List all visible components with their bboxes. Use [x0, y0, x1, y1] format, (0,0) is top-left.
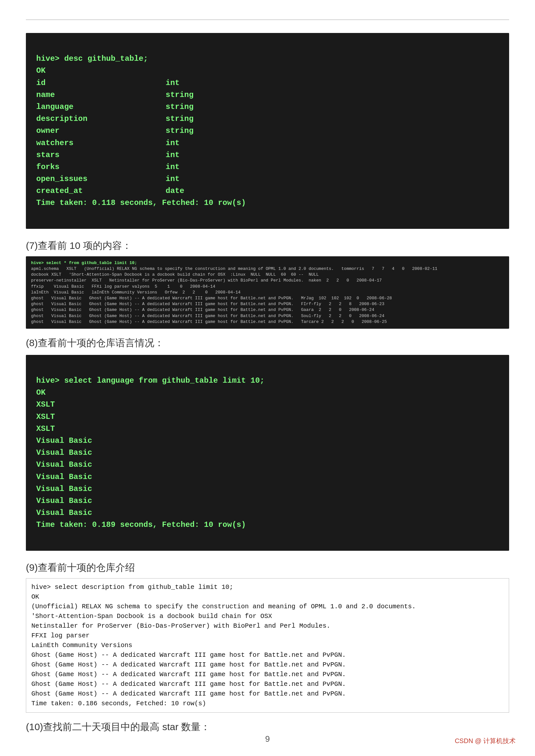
select-all-terminal: hive> select * from github_table limit 1…: [26, 256, 509, 329]
language-command: hive> select language from github_table …: [36, 376, 265, 385]
table-row-2: docbook XSLT 'Short-Attention-Span Docbo…: [31, 272, 319, 277]
section-10-heading: (10)查找前二十天项目中的最高 star 数量：: [26, 720, 509, 734]
field-forks-type: int: [166, 161, 180, 173]
field-stars-type: int: [166, 149, 180, 161]
desc-content: hive> select description from github_tab…: [31, 583, 416, 707]
section-7-heading: (7)查看前 10 项的内容：: [26, 239, 509, 253]
table-row-3: preserver-netinstaller XSLT Netinstaller…: [31, 278, 382, 283]
table-row-7: ghost Visual Basic Ghost (Game Host) -- …: [31, 302, 384, 307]
description-terminal-block: hive> select description from github_tab…: [26, 578, 509, 713]
lang-8: Visual Basic: [36, 484, 92, 493]
terminal-ok: OK: [36, 66, 45, 75]
field-name-type: string: [166, 89, 193, 101]
field-description-name: description: [36, 113, 166, 125]
field-watchers-name: watchers: [36, 137, 166, 149]
table-row-6: ghost Visual Basic Ghost (Game Host) -- …: [31, 296, 392, 301]
table-row-4: ffxip Visual Basic FFXi log parser valyo…: [31, 284, 215, 289]
field-forks-name: forks: [36, 161, 166, 173]
field-id-type: int: [166, 77, 180, 89]
select-all-cmd: hive> select * from github_table limit 1…: [31, 260, 137, 265]
language-ok: OK: [36, 388, 45, 397]
desc-terminal-block: hive> desc github_table; OK idint namest…: [26, 33, 509, 229]
table-row-5: laInEth Visual Basic laInEth Community V…: [31, 290, 241, 295]
table-row-10: ghost Visual Basic Ghost (Game Host) -- …: [31, 319, 387, 324]
terminal-time-taken-1: Time taken: 0.118 seconds, Fetched: 10 r…: [36, 199, 246, 207]
section-8-heading: (8)查看前十项的仓库语言情况：: [26, 337, 509, 350]
lang-3: XSLT: [36, 424, 55, 433]
field-id-name: id: [36, 77, 166, 89]
lang-1: XSLT: [36, 400, 55, 409]
terminal-command: hive> desc github_table;: [36, 54, 148, 63]
field-name-name: name: [36, 89, 166, 101]
top-divider: [26, 19, 509, 20]
field-created-at-type: date: [166, 185, 184, 197]
field-created-at-name: created_at: [36, 185, 166, 197]
language-terminal-block: hive> select language from github_table …: [26, 355, 509, 551]
field-watchers-type: int: [166, 137, 180, 149]
page-container: hive> desc github_table; OK idint namest…: [0, 0, 535, 756]
field-description-type: string: [166, 113, 193, 125]
table-row-8: ghost Visual Basic Ghost (Game Host) -- …: [31, 308, 374, 312]
field-owner-type: string: [166, 125, 193, 137]
table-row-9: ghost Visual Basic Ghost (Game Host) -- …: [31, 313, 384, 318]
field-language-name: language: [36, 101, 166, 113]
lang-2: XSLT: [36, 413, 55, 421]
field-open-issues-type: int: [166, 173, 180, 185]
lang-10: Visual Basic: [36, 508, 92, 517]
watermark: CSDN @ 计算机技术: [455, 737, 516, 745]
page-number: 9: [265, 734, 270, 744]
table-row-1: apml.schema XSLT (Unofficial) RELAX NG s…: [31, 266, 437, 271]
field-open-issues-name: open_issues: [36, 173, 166, 185]
terminal-time-taken-2: Time taken: 0.189 seconds, Fetched: 10 r…: [36, 520, 246, 529]
field-language-type: string: [166, 101, 193, 113]
lang-4: Visual Basic: [36, 436, 92, 445]
section-9-heading: (9)查看前十项的仓库介绍: [26, 561, 509, 574]
field-stars-name: stars: [36, 149, 166, 161]
lang-7: Visual Basic: [36, 472, 92, 481]
lang-9: Visual Basic: [36, 497, 92, 505]
lang-6: Visual Basic: [36, 460, 92, 469]
lang-5: Visual Basic: [36, 448, 92, 457]
field-owner-name: owner: [36, 125, 166, 137]
